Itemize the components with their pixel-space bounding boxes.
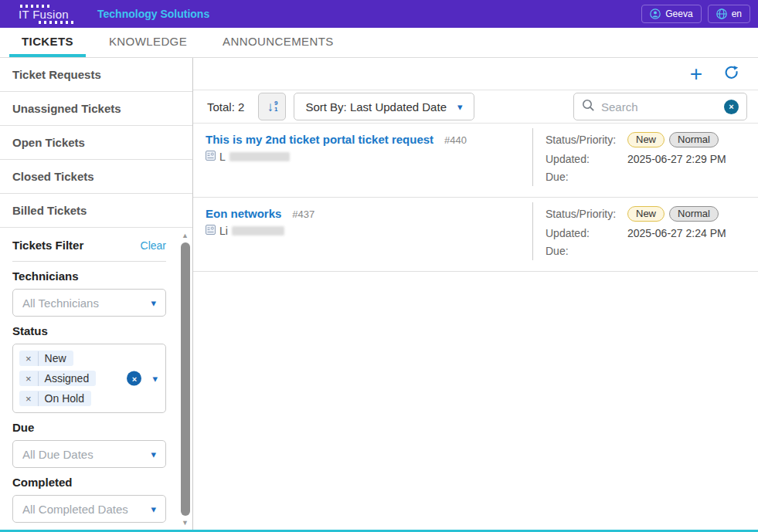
scrollbar-track[interactable] (181, 240, 190, 518)
scroll-down-icon[interactable]: ▼ (182, 518, 189, 527)
sort-descending-icon: ↓ (267, 100, 274, 114)
clear-status-icon[interactable]: × (127, 371, 141, 386)
remove-chip-icon[interactable]: × (19, 391, 39, 406)
status-label: Status (12, 324, 166, 337)
search-icon (582, 99, 595, 115)
user-button[interactable]: Geeva (641, 5, 701, 23)
ticket-row[interactable]: Eon networks #437 Li (193, 198, 758, 272)
sidebar-scrollbar: ▲ ▼ (179, 231, 191, 527)
tab-tickets[interactable]: TICKETS (9, 28, 86, 57)
sort-digits: 9 1 (274, 100, 277, 113)
ticket-title-link[interactable]: This is my 2nd ticket portal ticket requ… (206, 133, 433, 146)
redacted-name (229, 152, 290, 161)
tab-knowledge[interactable]: KNOWLEDGE (97, 28, 199, 57)
ticket-summary: This is my 2nd ticket portal ticket requ… (193, 124, 532, 197)
chevron-down-icon[interactable]: ▾ (152, 374, 158, 384)
ticket-requester: Li (206, 224, 520, 238)
logo-text: IT Fusion (19, 8, 69, 20)
add-ticket-button[interactable]: + (690, 63, 702, 85)
refresh-icon (724, 65, 739, 83)
user-icon (650, 8, 661, 19)
globe-icon (716, 8, 727, 19)
action-bar: + (193, 58, 758, 90)
ticket-list: This is my 2nd ticket portal ticket requ… (193, 124, 758, 272)
content: Ticket Requests Unassigned Tickets Open … (0, 58, 758, 530)
search-box: × (573, 93, 747, 120)
completed-dropdown[interactable]: All Completed Dates ▾ (12, 495, 166, 523)
refresh-button[interactable] (724, 65, 739, 83)
status-controls: × ▾ (127, 371, 158, 386)
status-priority-label: Status/Priority: (546, 208, 627, 220)
status-chip-new: ×New (19, 351, 73, 366)
status-chip-on-hold: ×On Hold (19, 391, 91, 406)
status-multiselect[interactable]: ×New ×Assigned ×On Hold × ▾ (12, 344, 166, 413)
ticket-meta: Status/Priority: New Normal Updated: 202… (533, 124, 758, 197)
contact-card-icon (206, 224, 216, 238)
app-header: IT Fusion Technology Solutions Geeva en (0, 0, 758, 28)
status-chip-assigned: ×Assigned (19, 371, 96, 386)
chevron-down-icon: ▾ (151, 449, 156, 459)
due-label: Due: (546, 245, 627, 257)
contact-card-icon (206, 150, 216, 164)
remove-chip-icon[interactable]: × (19, 371, 39, 386)
sort-direction-button[interactable]: ↓ 9 1 (258, 93, 286, 120)
tab-announcements[interactable]: ANNOUNCEMENTS (210, 28, 346, 57)
sidebar-item-ticket-requests[interactable]: Ticket Requests (0, 58, 192, 92)
technicians-placeholder: All Technicians (22, 296, 151, 310)
main-panel: + Total: 2 ↓ 9 1 Sort By: Last (193, 58, 758, 530)
language-code: en (732, 8, 742, 19)
logo-dots-top (20, 5, 53, 8)
sidebar-item-closed-tickets[interactable]: Closed Tickets (0, 160, 192, 194)
updated-value: 2025-06-27 2:29 PM (627, 153, 726, 165)
page: IT Fusion Technology Solutions Geeva en … (0, 0, 758, 532)
search-input[interactable] (601, 100, 718, 114)
redacted-name (232, 226, 284, 236)
remove-chip-icon[interactable]: × (19, 351, 39, 366)
priority-badge: Normal (669, 132, 719, 147)
ticket-number: #440 (444, 134, 467, 146)
sidebar-item-unassigned-tickets[interactable]: Unassigned Tickets (0, 92, 192, 126)
sidebar-item-billed-tickets[interactable]: Billed Tickets (0, 194, 192, 228)
filter-clear-link[interactable]: Clear (141, 239, 166, 252)
updated-label: Updated: (546, 153, 627, 165)
status-priority-label: Status/Priority: (546, 134, 627, 146)
language-button[interactable]: en (708, 5, 750, 23)
status-badge: New (627, 206, 665, 222)
technicians-dropdown[interactable]: All Technicians ▾ (12, 289, 166, 317)
ticket-row[interactable]: This is my 2nd ticket portal ticket requ… (193, 124, 758, 198)
completed-label: Completed (12, 476, 166, 489)
ticket-meta: Status/Priority: New Normal Updated: 202… (533, 198, 758, 271)
chevron-down-icon: ▾ (151, 298, 156, 308)
filter-title: Tickets Filter (12, 239, 83, 252)
technicians-label: Technicians (12, 269, 166, 283)
due-dropdown[interactable]: All Due Dates ▾ (12, 440, 166, 468)
updated-label: Updated: (546, 227, 627, 239)
tab-bar: TICKETS KNOWLEDGE ANNOUNCEMENTS (0, 28, 758, 58)
total-count: Total: 2 (207, 100, 244, 114)
ticket-number: #437 (292, 208, 314, 220)
updated-value: 2025-06-27 2:24 PM (627, 227, 726, 239)
ticket-title-link[interactable]: Eon networks (206, 207, 281, 220)
sidebar-item-open-tickets[interactable]: Open Tickets (0, 126, 192, 160)
status-badge: New (627, 132, 665, 147)
scrollbar-thumb[interactable] (181, 242, 190, 516)
list-toolbar: Total: 2 ↓ 9 1 Sort By: Last Updated Dat… (193, 90, 758, 124)
sort-by-label: Sort By: Last Updated Date (305, 100, 447, 114)
requester-name-prefix: Li (219, 225, 228, 237)
requester-name-prefix: L (219, 151, 226, 163)
priority-badge: Normal (669, 206, 719, 222)
filter-header: Tickets Filter Clear (12, 239, 166, 252)
company-subtitle: Technology Solutions (97, 8, 209, 20)
due-label: Due: (546, 171, 627, 183)
tickets-filter-panel: Tickets Filter Clear Technicians All Tec… (0, 228, 192, 530)
ticket-requester: L (206, 150, 520, 164)
sort-by-dropdown[interactable]: Sort By: Last Updated Date ▾ (294, 93, 474, 120)
filter-divider (12, 261, 166, 262)
chevron-down-icon: ▾ (151, 504, 156, 514)
scroll-up-icon[interactable]: ▲ (182, 231, 189, 240)
chevron-down-icon: ▾ (457, 102, 463, 112)
sidebar: Ticket Requests Unassigned Tickets Open … (0, 58, 193, 530)
logo[interactable]: IT Fusion (19, 5, 76, 24)
completed-placeholder: All Completed Dates (22, 503, 151, 516)
clear-search-icon[interactable]: × (724, 100, 739, 114)
